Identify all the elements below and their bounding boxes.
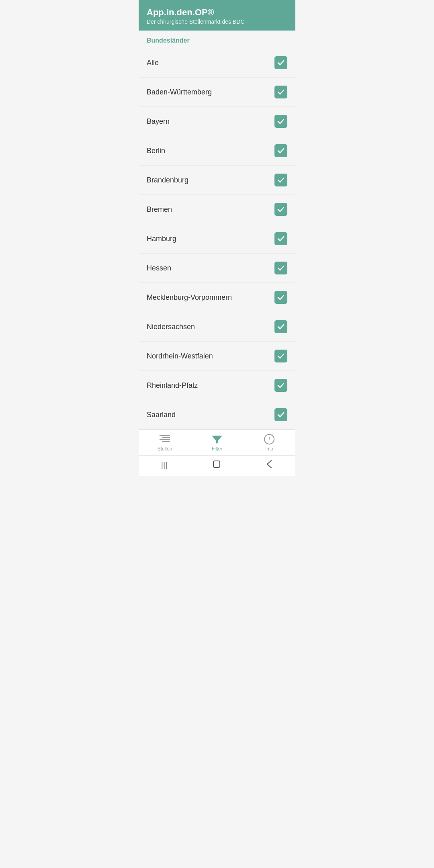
list-item[interactable]: Rheinland-Pfalz — [139, 371, 295, 400]
list-item[interactable]: Mecklenburg-Vorpommern — [139, 283, 295, 312]
checkbox-icon[interactable] — [274, 56, 287, 69]
checkbox-icon[interactable] — [274, 203, 287, 216]
list-item[interactable]: Hessen — [139, 254, 295, 283]
bottom-navigation: Stellen Filter i Info — [139, 430, 295, 455]
stellen-icon — [160, 434, 170, 444]
system-recent-icon[interactable]: ||| — [161, 461, 168, 470]
list-item-label: Brandenburg — [147, 176, 188, 184]
checkbox-icon[interactable] — [274, 379, 287, 392]
checkbox-icon[interactable] — [274, 408, 287, 421]
list-item[interactable]: Brandenburg — [139, 166, 295, 195]
system-home-icon[interactable] — [212, 460, 221, 471]
svg-rect-1 — [162, 437, 170, 438]
checkbox-icon[interactable] — [274, 350, 287, 362]
nav-label-stellen: Stellen — [158, 446, 172, 452]
system-nav-bar: ||| — [139, 455, 295, 476]
checkbox-icon[interactable] — [274, 86, 287, 98]
checkbox-icon[interactable] — [274, 174, 287, 186]
checkbox-icon[interactable] — [274, 262, 287, 274]
list-item-label: Bremen — [147, 205, 172, 214]
bundeslaender-list: Alle Baden-Württemberg Bayern Berlin Bra… — [139, 48, 295, 430]
list-item[interactable]: Baden-Württemberg — [139, 78, 295, 107]
svg-rect-3 — [162, 441, 170, 442]
list-item-label: Hessen — [147, 264, 171, 272]
list-item-label: Niedersachsen — [147, 323, 195, 331]
list-item-label: Nordrhein-Westfalen — [147, 352, 213, 360]
checkbox-icon[interactable] — [274, 144, 287, 157]
list-item[interactable]: Alle — [139, 48, 295, 78]
list-item[interactable]: Bremen — [139, 195, 295, 224]
list-item-label: Alle — [147, 59, 159, 67]
checkbox-icon[interactable] — [274, 232, 287, 245]
nav-label-filter: Filter — [212, 446, 223, 452]
list-item-label: Saarland — [147, 411, 176, 419]
list-item-label: Hamburg — [147, 235, 176, 243]
nav-item-filter[interactable]: Filter — [191, 430, 243, 455]
section-title: Bundesländer — [147, 37, 287, 44]
svg-rect-2 — [160, 439, 170, 440]
list-item[interactable]: Saarland — [139, 400, 295, 430]
list-item[interactable]: Hamburg — [139, 224, 295, 254]
system-back-icon[interactable] — [266, 460, 273, 471]
app-header: App.in.den.OP® Der chirurgische Stellenm… — [139, 0, 295, 31]
list-item[interactable]: Niedersachsen — [139, 312, 295, 342]
checkbox-icon[interactable] — [274, 320, 287, 333]
nav-item-stellen[interactable]: Stellen — [139, 430, 191, 455]
svg-rect-0 — [160, 435, 170, 436]
list-item-label: Baden-Württemberg — [147, 88, 212, 96]
app-subtitle: Der chirurgische Stellenmarkt des BDC — [147, 18, 287, 25]
list-item-label: Rheinland-Pfalz — [147, 381, 198, 390]
info-icon: i — [264, 434, 274, 444]
nav-item-info[interactable]: i Info — [243, 430, 295, 455]
app-title: App.in.den.OP® — [147, 7, 287, 18]
list-item[interactable]: Berlin — [139, 136, 295, 166]
svg-rect-7 — [213, 461, 220, 467]
svg-marker-4 — [212, 436, 222, 444]
nav-label-info: Info — [265, 446, 273, 452]
list-item[interactable]: Bayern — [139, 107, 295, 136]
svg-text:i: i — [268, 436, 270, 442]
section-header: Bundesländer — [139, 31, 295, 48]
filter-icon — [212, 434, 222, 444]
list-item-label: Bayern — [147, 117, 170, 126]
list-item-label: Mecklenburg-Vorpommern — [147, 293, 232, 302]
list-item[interactable]: Nordrhein-Westfalen — [139, 342, 295, 371]
list-item-label: Berlin — [147, 147, 165, 155]
checkbox-icon[interactable] — [274, 115, 287, 128]
checkbox-icon[interactable] — [274, 291, 287, 304]
